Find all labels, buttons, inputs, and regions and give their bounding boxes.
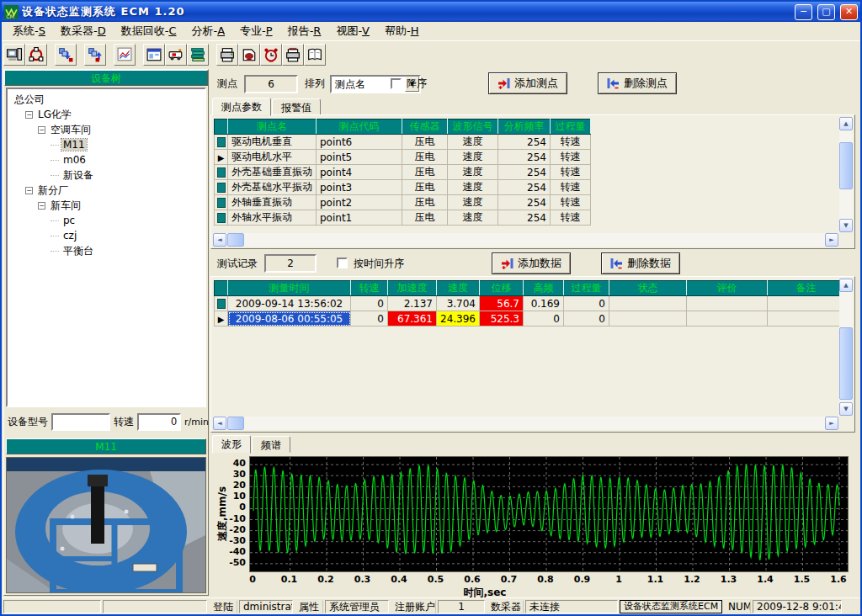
column-header[interactable]: 速度 xyxy=(437,281,480,296)
table-cell[interactable] xyxy=(609,296,687,311)
table-cell[interactable]: 254 xyxy=(498,180,551,195)
table-row[interactable]: ▶2009-08-06 00:55:05067.36124.396525.300 xyxy=(215,311,845,327)
table-cell[interactable]: point4 xyxy=(317,165,402,180)
table-row[interactable]: 外轴垂直振动point2压电速度254转速 xyxy=(215,195,591,210)
points-vertical-scrollbar[interactable]: ▲ ▼ xyxy=(839,117,853,232)
table-cell[interactable]: 外轴垂直振动 xyxy=(228,195,317,210)
table-cell[interactable]: 驱动电机垂直 xyxy=(228,135,317,150)
points-vscroll-thumb[interactable] xyxy=(839,142,853,189)
column-header[interactable]: 状态 xyxy=(609,281,687,296)
tab-波形[interactable]: 波形 xyxy=(212,435,251,454)
table-cell[interactable]: 压电 xyxy=(402,150,448,165)
table-cell[interactable]: 56.7 xyxy=(480,296,524,311)
table-cell[interactable]: 速度 xyxy=(448,210,498,226)
records-vscroll-thumb[interactable] xyxy=(839,327,853,400)
scroll-right-icon[interactable]: ► xyxy=(825,417,838,430)
table-cell[interactable]: point1 xyxy=(317,210,402,226)
scroll-left-icon[interactable]: ◄ xyxy=(213,233,226,247)
table-cell[interactable]: 254 xyxy=(498,165,551,180)
tab-测点参数[interactable]: 测点参数 xyxy=(212,98,271,116)
table-cell[interactable]: 24.396 xyxy=(437,311,480,327)
table-cell[interactable]: 转速 xyxy=(551,210,591,226)
add-data-button[interactable]: 添加数据 xyxy=(492,252,571,274)
speed-input[interactable] xyxy=(137,413,181,431)
tree-node-pc[interactable]: pc xyxy=(9,213,203,228)
toolbar-printer-icon[interactable] xyxy=(216,44,238,66)
tree-node-新分厂[interactable]: −新分厂 xyxy=(9,183,203,198)
table-cell[interactable]: 压电 xyxy=(402,195,448,210)
toolbar-print-preview-icon[interactable] xyxy=(238,44,260,66)
table-cell[interactable]: 254 xyxy=(498,195,551,210)
points-hscroll-thumb[interactable] xyxy=(227,233,244,247)
table-row[interactable]: 外壳基础垂直振动point4压电速度254转速 xyxy=(215,165,591,180)
table-cell[interactable]: 0 xyxy=(351,311,388,327)
table-cell[interactable]: 速度 xyxy=(448,135,498,150)
toolbar-pc-icon[interactable] xyxy=(3,44,25,66)
toolbar-manual-icon[interactable] xyxy=(304,44,326,66)
scroll-right-icon[interactable]: ► xyxy=(825,233,838,247)
table-cell[interactable]: 0 xyxy=(564,296,609,311)
menu-item-A[interactable]: 分析-A xyxy=(184,21,232,41)
add-point-button[interactable]: 添加测点 xyxy=(488,72,567,94)
tree-node-平衡台[interactable]: 平衡台 xyxy=(9,243,203,258)
column-header[interactable]: 测量时间 xyxy=(228,281,351,296)
table-cell[interactable]: point2 xyxy=(317,195,402,210)
menu-item-P[interactable]: 专业-P xyxy=(232,21,280,41)
table-cell[interactable]: point6 xyxy=(317,135,402,150)
toolbar-network-icon[interactable] xyxy=(25,44,47,66)
records-horizontal-scrollbar[interactable]: ◄ ► xyxy=(213,417,838,430)
tree-expand-icon[interactable]: − xyxy=(25,187,33,194)
menu-item-S[interactable]: 系统-S xyxy=(5,21,53,41)
table-cell[interactable]: 压电 xyxy=(402,135,448,150)
table-cell[interactable]: 速度 xyxy=(448,150,498,165)
table-cell[interactable] xyxy=(768,296,845,311)
table-cell[interactable]: 525.3 xyxy=(480,311,524,327)
tree-node-空调车间[interactable]: −空调车间 xyxy=(9,122,203,137)
table-cell[interactable]: 2.137 xyxy=(388,296,437,311)
table-cell[interactable] xyxy=(768,311,845,327)
toolbar-report-icon[interactable] xyxy=(143,44,165,66)
table-cell[interactable] xyxy=(687,311,768,327)
toolbar-chart-icon[interactable] xyxy=(114,44,136,66)
table-cell[interactable]: 压电 xyxy=(402,165,448,180)
scroll-left-icon[interactable]: ◄ xyxy=(213,417,226,430)
table-cell[interactable]: 驱动电机水平 xyxy=(228,150,317,165)
tab-频谱[interactable]: 频谱 xyxy=(252,436,290,453)
column-header[interactable]: 测点名 xyxy=(228,119,317,135)
column-header[interactable]: 测点代码 xyxy=(317,119,402,135)
device-tree[interactable]: 总公司−LG化学−空调车间M11m06新设备−新分厂−新车间pcczj平衡台 xyxy=(6,88,206,407)
table-cell[interactable]: 254 xyxy=(498,135,551,150)
delete-point-button[interactable]: 删除测点 xyxy=(598,72,677,94)
table-cell[interactable]: 压电 xyxy=(402,210,448,226)
table-cell[interactable]: 3.704 xyxy=(437,296,480,311)
tree-expand-icon[interactable]: − xyxy=(25,111,33,119)
table-cell[interactable]: 速度 xyxy=(448,180,498,195)
model-input[interactable] xyxy=(51,413,110,431)
table-cell[interactable]: 转速 xyxy=(551,135,591,150)
table-cell[interactable]: 外轴水平振动 xyxy=(228,210,317,226)
minimize-button[interactable]: − xyxy=(795,4,812,20)
table-cell[interactable]: 2009-08-06 00:55:05 xyxy=(228,311,351,327)
table-row[interactable]: ▶驱动电机水平point5压电速度254转速 xyxy=(215,150,591,165)
table-row[interactable]: 外壳基础水平振动point3压电速度254转速 xyxy=(215,180,591,195)
tree-node-新设备[interactable]: 新设备 xyxy=(9,167,203,183)
tree-node-总公司[interactable]: 总公司 xyxy=(9,92,203,107)
column-header[interactable]: 传感器 xyxy=(402,119,448,135)
descending-checkbox[interactable] xyxy=(391,78,402,89)
column-header[interactable]: 备注 xyxy=(768,281,845,296)
tree-expand-icon[interactable]: − xyxy=(38,126,45,134)
table-cell[interactable]: 254 xyxy=(498,150,551,165)
column-header[interactable]: 分析频率 xyxy=(498,119,551,135)
column-header[interactable]: 高频 xyxy=(524,281,564,296)
toolbar-download-icon[interactable] xyxy=(55,44,77,66)
toolbar-upload-icon[interactable] xyxy=(84,44,106,66)
tree-node-m06[interactable]: m06 xyxy=(9,152,203,167)
table-row[interactable]: 2009-09-14 13:56:0202.1373.70456.70.1690 xyxy=(215,296,845,311)
toolbar-print-settings-icon[interactable] xyxy=(282,44,304,66)
menu-item-V[interactable]: 视图-V xyxy=(328,21,377,41)
tree-expand-icon[interactable]: − xyxy=(38,202,45,210)
table-row[interactable]: 驱动电机垂直point6压电速度254转速 xyxy=(215,135,591,150)
column-header[interactable]: 过程量 xyxy=(564,281,609,296)
records-hscroll-thumb[interactable] xyxy=(227,417,244,430)
table-cell[interactable]: 转速 xyxy=(551,195,591,210)
